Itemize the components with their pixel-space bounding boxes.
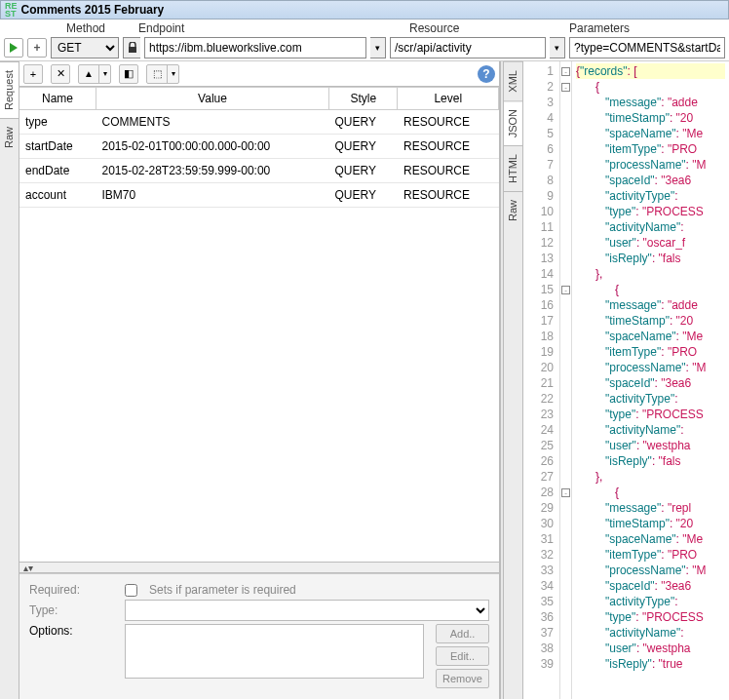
code-line: "isReply": "fals [576, 251, 725, 266]
col-style[interactable]: Style [329, 88, 398, 110]
fold-marker [560, 360, 571, 375]
line-number: 38 [523, 641, 557, 656]
left-vertical-tabs: RequestRaw [0, 61, 19, 699]
resource-input[interactable] [390, 37, 546, 58]
toolbar-add-icon[interactable]: + [23, 64, 43, 84]
fold-marker [560, 204, 571, 219]
fold-marker [560, 563, 571, 578]
required-checkbox[interactable] [125, 584, 137, 597]
fold-marker [560, 594, 571, 609]
line-number: 7 [523, 157, 557, 173]
fold-marker [560, 438, 571, 453]
line-number: 26 [523, 453, 557, 469]
options-add-button[interactable]: Add.. [436, 624, 489, 643]
line-number: 5 [523, 126, 557, 141]
method-select[interactable]: GET [51, 37, 119, 58]
line-number: 10 [523, 204, 557, 219]
cell-style: QUERY [329, 159, 398, 183]
rest-badge-icon: REST [5, 2, 18, 18]
line-number: 28 [523, 485, 557, 500]
code-line: "spaceId": "3ea6 [576, 173, 725, 188]
table-row[interactable]: typeCOMMENTSQUERYRESOURCE [19, 110, 499, 135]
code-line: "itemType": "PRO [576, 344, 725, 360]
col-value[interactable]: Value [96, 88, 328, 110]
line-number: 33 [523, 563, 557, 578]
right-tab-xml[interactable]: XML [504, 61, 522, 100]
line-number: 19 [523, 344, 557, 360]
window-title: Comments 2015 February [21, 3, 165, 17]
line-number: 24 [523, 422, 557, 438]
fold-marker [560, 578, 571, 594]
toolbar: + GET ▾ ▾ [0, 35, 729, 61]
code-line: "type": "PROCESS [576, 407, 725, 422]
line-number: 20 [523, 360, 557, 375]
fold-gutter: ---- [560, 61, 572, 699]
resource-dropdown[interactable]: ▾ [550, 37, 565, 58]
cell-value: COMMENTS [96, 110, 328, 135]
line-number: 31 [523, 531, 557, 547]
line-number: 9 [523, 188, 557, 204]
line-number: 14 [523, 266, 557, 282]
col-name[interactable]: Name [19, 88, 96, 110]
fold-marker[interactable]: - [560, 79, 571, 95]
endpoint-dropdown[interactable]: ▾ [370, 37, 386, 58]
params-table-scroll[interactable]: NameValueStyleLevel typeCOMMENTSQUERYRES… [19, 87, 499, 562]
line-number: 37 [523, 625, 557, 641]
toolbar-unknown-icon[interactable]: ◧ [119, 64, 138, 84]
table-row[interactable]: accountIBM70QUERYRESOURCE [19, 183, 499, 208]
toolbar-up-split[interactable]: ▲▾ [78, 64, 111, 84]
left-tab-raw[interactable]: Raw [0, 118, 19, 156]
code-line: "spaceName": "Me [576, 329, 725, 344]
svg-rect-1 [129, 47, 136, 53]
fold-marker [560, 297, 571, 313]
options-edit-button[interactable]: Edit.. [436, 646, 489, 666]
options-textarea[interactable] [125, 624, 424, 679]
fold-marker[interactable]: - [560, 282, 571, 297]
options-label: Options: [29, 624, 117, 638]
line-number: 12 [523, 235, 557, 251]
right-tab-json[interactable]: JSON [504, 100, 522, 145]
toolbar-extra-split[interactable]: ⬚▾ [146, 64, 179, 84]
code-line: "activityType": [576, 188, 725, 204]
run-button[interactable] [4, 38, 23, 58]
cell-level: RESOURCE [398, 159, 499, 183]
line-number: 6 [523, 141, 557, 157]
cell-name: account [19, 183, 96, 208]
code-line: "message": "adde [576, 297, 725, 313]
line-number: 13 [523, 251, 557, 266]
required-label: Required: [29, 583, 117, 597]
code-area[interactable]: {"records": [ { "message": "adde "timeSt… [572, 61, 729, 699]
fold-marker [560, 375, 571, 391]
method-label: Method [66, 21, 134, 35]
resource-label: Resource [409, 21, 565, 35]
fold-marker [560, 110, 571, 126]
line-number: 39 [523, 656, 557, 672]
fold-marker[interactable]: - [560, 485, 571, 500]
cell-style: QUERY [329, 110, 398, 135]
params-toolbar: + ✕ ▲▾ ◧ ⬚▾ ? [19, 61, 499, 87]
fold-marker[interactable]: - [560, 63, 571, 79]
help-icon[interactable]: ? [478, 65, 495, 83]
fold-marker [560, 469, 571, 485]
line-number: 4 [523, 110, 557, 126]
code-line: "message": "adde [576, 95, 725, 110]
table-row[interactable]: startDate2015-02-01T00:00:00.000-00:00QU… [19, 135, 499, 159]
table-row[interactable]: endDate2015-02-28T23:59:59.999-00:00QUER… [19, 159, 499, 183]
right-tab-html[interactable]: HTML [504, 145, 522, 191]
options-remove-button[interactable]: Remove [436, 669, 489, 688]
fold-marker [560, 95, 571, 110]
options-buttons: Add.. Edit.. Remove [436, 624, 489, 688]
left-tab-request[interactable]: Request [0, 61, 19, 118]
type-select[interactable] [125, 600, 489, 621]
toolbar-remove-icon[interactable]: ✕ [51, 64, 70, 84]
parameters-input[interactable] [569, 37, 725, 58]
col-level[interactable]: Level [398, 88, 499, 110]
add-button[interactable]: + [27, 38, 47, 58]
cell-name: endDate [19, 159, 96, 183]
right-tab-raw[interactable]: Raw [504, 191, 522, 229]
code-line: "activityName": [576, 625, 725, 641]
endpoint-input[interactable] [144, 37, 366, 58]
fold-marker [560, 235, 571, 251]
code-line: { [576, 79, 725, 95]
panel-toggle-strip[interactable]: ▴▾ [19, 562, 499, 573]
